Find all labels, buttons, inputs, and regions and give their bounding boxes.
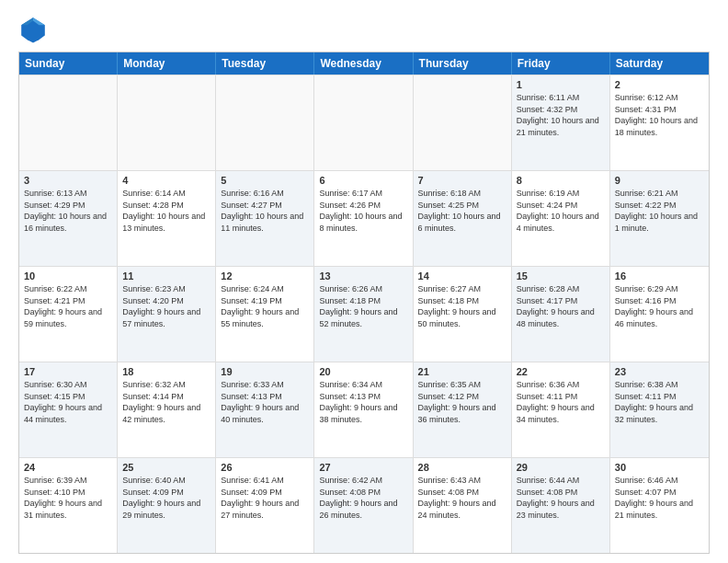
day-info: Sunrise: 6:27 AM Sunset: 4:18 PM Dayligh…: [418, 283, 506, 329]
day-number: 29: [517, 462, 605, 473]
day-cell-8: 8Sunrise: 6:19 AM Sunset: 4:24 PM Daylig…: [512, 171, 610, 266]
day-number: 8: [517, 175, 605, 186]
day-number: 6: [319, 175, 407, 186]
day-cell-18: 18Sunrise: 6:32 AM Sunset: 4:14 PM Dayli…: [118, 362, 216, 457]
calendar: SundayMondayTuesdayWednesdayThursdayFrid…: [18, 52, 710, 554]
day-number: 1: [517, 79, 605, 90]
header-day-tuesday: Tuesday: [216, 52, 314, 75]
day-info: Sunrise: 6:14 AM Sunset: 4:28 PM Dayligh…: [122, 188, 210, 234]
day-cell-7: 7Sunrise: 6:18 AM Sunset: 4:25 PM Daylig…: [414, 171, 512, 266]
day-cell-15: 15Sunrise: 6:28 AM Sunset: 4:17 PM Dayli…: [512, 267, 610, 362]
day-number: 4: [122, 175, 210, 186]
day-info: Sunrise: 6:42 AM Sunset: 4:08 PM Dayligh…: [319, 475, 407, 521]
day-number: 12: [221, 270, 309, 282]
day-info: Sunrise: 6:16 AM Sunset: 4:27 PM Dayligh…: [221, 188, 309, 234]
day-cell-25: 25Sunrise: 6:40 AM Sunset: 4:09 PM Dayli…: [118, 458, 216, 553]
day-info: Sunrise: 6:24 AM Sunset: 4:19 PM Dayligh…: [221, 283, 309, 329]
day-number: 20: [319, 366, 407, 377]
day-info: Sunrise: 6:44 AM Sunset: 4:08 PM Dayligh…: [517, 475, 605, 521]
day-number: 14: [418, 270, 506, 282]
day-cell-14: 14Sunrise: 6:27 AM Sunset: 4:18 PM Dayli…: [414, 267, 512, 362]
day-cell-17: 17Sunrise: 6:30 AM Sunset: 4:15 PM Dayli…: [19, 362, 118, 457]
day-number: 19: [221, 366, 309, 377]
day-info: Sunrise: 6:32 AM Sunset: 4:14 PM Dayligh…: [122, 379, 210, 425]
calendar-row-5: 24Sunrise: 6:39 AM Sunset: 4:10 PM Dayli…: [19, 457, 709, 553]
day-number: 10: [24, 270, 112, 282]
day-number: 28: [418, 462, 506, 473]
day-info: Sunrise: 6:26 AM Sunset: 4:18 PM Dayligh…: [319, 283, 407, 329]
day-number: 25: [122, 462, 210, 473]
day-info: Sunrise: 6:13 AM Sunset: 4:29 PM Dayligh…: [24, 188, 112, 234]
day-cell-16: 16Sunrise: 6:29 AM Sunset: 4:16 PM Dayli…: [610, 267, 709, 362]
svg-marker-0: [21, 17, 45, 42]
empty-cell-r0c4: [414, 75, 512, 170]
empty-cell-r0c3: [314, 75, 413, 170]
day-number: 24: [24, 462, 112, 473]
empty-cell-r0c1: [118, 75, 216, 170]
day-info: Sunrise: 6:41 AM Sunset: 4:09 PM Dayligh…: [221, 475, 309, 521]
day-cell-1: 1Sunrise: 6:11 AM Sunset: 4:32 PM Daylig…: [512, 75, 610, 170]
empty-cell-r0c0: [19, 75, 118, 170]
logo-icon: [18, 15, 48, 44]
day-number: 5: [221, 175, 309, 186]
day-info: Sunrise: 6:40 AM Sunset: 4:09 PM Dayligh…: [122, 475, 210, 521]
day-cell-9: 9Sunrise: 6:21 AM Sunset: 4:22 PM Daylig…: [610, 171, 709, 266]
calendar-row-2: 3Sunrise: 6:13 AM Sunset: 4:29 PM Daylig…: [19, 170, 709, 266]
day-info: Sunrise: 6:18 AM Sunset: 4:25 PM Dayligh…: [418, 188, 506, 234]
day-cell-4: 4Sunrise: 6:14 AM Sunset: 4:28 PM Daylig…: [118, 171, 216, 266]
day-cell-30: 30Sunrise: 6:46 AM Sunset: 4:07 PM Dayli…: [610, 458, 709, 553]
day-number: 18: [122, 366, 210, 377]
day-number: 30: [615, 462, 704, 473]
day-number: 16: [615, 270, 704, 282]
header-day-thursday: Thursday: [414, 52, 512, 75]
header-day-monday: Monday: [118, 52, 216, 75]
day-info: Sunrise: 6:34 AM Sunset: 4:13 PM Dayligh…: [319, 379, 407, 425]
day-cell-3: 3Sunrise: 6:13 AM Sunset: 4:29 PM Daylig…: [19, 171, 118, 266]
header: [18, 15, 710, 44]
header-day-sunday: Sunday: [19, 52, 118, 75]
calendar-row-4: 17Sunrise: 6:30 AM Sunset: 4:15 PM Dayli…: [19, 362, 709, 457]
day-number: 23: [615, 366, 704, 377]
day-cell-5: 5Sunrise: 6:16 AM Sunset: 4:27 PM Daylig…: [216, 171, 314, 266]
day-info: Sunrise: 6:28 AM Sunset: 4:17 PM Dayligh…: [517, 283, 605, 329]
day-info: Sunrise: 6:35 AM Sunset: 4:12 PM Dayligh…: [418, 379, 506, 425]
day-cell-29: 29Sunrise: 6:44 AM Sunset: 4:08 PM Dayli…: [512, 458, 610, 553]
day-cell-26: 26Sunrise: 6:41 AM Sunset: 4:09 PM Dayli…: [216, 458, 314, 553]
day-cell-24: 24Sunrise: 6:39 AM Sunset: 4:10 PM Dayli…: [19, 458, 118, 553]
day-cell-27: 27Sunrise: 6:42 AM Sunset: 4:08 PM Dayli…: [314, 458, 413, 553]
day-number: 3: [24, 175, 112, 186]
day-number: 13: [319, 270, 407, 282]
day-cell-28: 28Sunrise: 6:43 AM Sunset: 4:08 PM Dayli…: [414, 458, 512, 553]
header-day-saturday: Saturday: [610, 52, 709, 75]
day-number: 27: [319, 462, 407, 473]
day-info: Sunrise: 6:12 AM Sunset: 4:31 PM Dayligh…: [615, 92, 704, 138]
day-cell-6: 6Sunrise: 6:17 AM Sunset: 4:26 PM Daylig…: [314, 171, 413, 266]
day-info: Sunrise: 6:23 AM Sunset: 4:20 PM Dayligh…: [122, 283, 210, 329]
page: SundayMondayTuesdayWednesdayThursdayFrid…: [0, 0, 728, 563]
day-cell-11: 11Sunrise: 6:23 AM Sunset: 4:20 PM Dayli…: [118, 267, 216, 362]
day-info: Sunrise: 6:39 AM Sunset: 4:10 PM Dayligh…: [24, 475, 112, 521]
day-info: Sunrise: 6:36 AM Sunset: 4:11 PM Dayligh…: [517, 379, 605, 425]
day-number: 11: [122, 270, 210, 282]
day-info: Sunrise: 6:46 AM Sunset: 4:07 PM Dayligh…: [615, 475, 704, 521]
day-cell-21: 21Sunrise: 6:35 AM Sunset: 4:12 PM Dayli…: [414, 362, 512, 457]
day-info: Sunrise: 6:43 AM Sunset: 4:08 PM Dayligh…: [418, 475, 506, 521]
day-number: 22: [517, 366, 605, 377]
day-cell-19: 19Sunrise: 6:33 AM Sunset: 4:13 PM Dayli…: [216, 362, 314, 457]
header-day-friday: Friday: [512, 52, 610, 75]
day-cell-20: 20Sunrise: 6:34 AM Sunset: 4:13 PM Dayli…: [314, 362, 413, 457]
day-cell-22: 22Sunrise: 6:36 AM Sunset: 4:11 PM Dayli…: [512, 362, 610, 457]
day-number: 21: [418, 366, 506, 377]
day-cell-10: 10Sunrise: 6:22 AM Sunset: 4:21 PM Dayli…: [19, 267, 118, 362]
day-number: 26: [221, 462, 309, 473]
day-cell-12: 12Sunrise: 6:24 AM Sunset: 4:19 PM Dayli…: [216, 267, 314, 362]
day-number: 2: [615, 79, 704, 90]
calendar-header: SundayMondayTuesdayWednesdayThursdayFrid…: [19, 52, 709, 75]
day-cell-2: 2Sunrise: 6:12 AM Sunset: 4:31 PM Daylig…: [610, 75, 709, 170]
day-info: Sunrise: 6:33 AM Sunset: 4:13 PM Dayligh…: [221, 379, 309, 425]
day-info: Sunrise: 6:30 AM Sunset: 4:15 PM Dayligh…: [24, 379, 112, 425]
day-number: 17: [24, 366, 112, 377]
day-info: Sunrise: 6:22 AM Sunset: 4:21 PM Dayligh…: [24, 283, 112, 329]
calendar-row-3: 10Sunrise: 6:22 AM Sunset: 4:21 PM Dayli…: [19, 266, 709, 362]
calendar-body: 1Sunrise: 6:11 AM Sunset: 4:32 PM Daylig…: [19, 75, 709, 553]
